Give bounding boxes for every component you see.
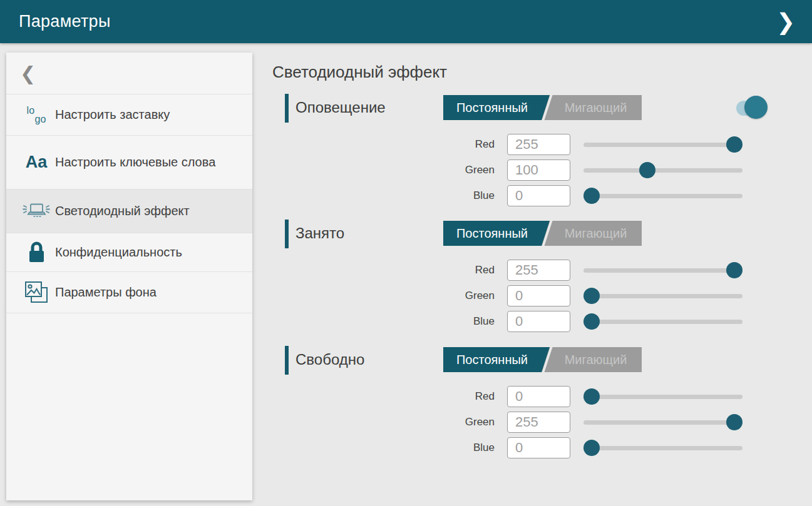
mode-steady-button[interactable]: Постоянный bbox=[443, 221, 550, 246]
section-accent-bar bbox=[285, 220, 289, 248]
green-input[interactable] bbox=[507, 412, 570, 433]
red-input[interactable] bbox=[507, 134, 570, 155]
slider-track bbox=[583, 420, 743, 425]
red-slider[interactable] bbox=[583, 260, 743, 281]
red-slider[interactable] bbox=[583, 386, 743, 407]
led-section-free: Свободно Мигающий Постоянный Red Green B… bbox=[0, 345, 812, 463]
section-accent-bar bbox=[285, 94, 289, 123]
slider-thumb[interactable] bbox=[639, 162, 655, 178]
slider-thumb[interactable] bbox=[583, 440, 600, 456]
blue-input[interactable] bbox=[507, 311, 570, 332]
green-slider[interactable] bbox=[583, 159, 743, 181]
green-label: Green bbox=[432, 412, 495, 433]
green-input[interactable] bbox=[507, 285, 570, 306]
slider-track bbox=[583, 320, 743, 324]
red-label: Red bbox=[432, 260, 495, 281]
slider-thumb[interactable] bbox=[726, 414, 743, 430]
slider-thumb[interactable] bbox=[726, 262, 743, 278]
blue-input[interactable] bbox=[507, 437, 570, 458]
red-slider[interactable] bbox=[583, 134, 743, 155]
sidebar-back-button[interactable]: ❮ bbox=[6, 53, 252, 94]
green-slider[interactable] bbox=[583, 285, 743, 306]
blue-slider[interactable] bbox=[583, 185, 743, 206]
settings-screen: Параметры ❯ ❮ lo go Настроить заставку A… bbox=[0, 0, 812, 506]
mode-blinking-button[interactable]: Мигающий bbox=[550, 221, 642, 246]
section-title: Занято bbox=[296, 218, 344, 248]
green-label: Green bbox=[432, 159, 495, 181]
power-toggle[interactable] bbox=[736, 94, 768, 119]
slider-thumb[interactable] bbox=[726, 136, 743, 153]
green-input[interactable] bbox=[507, 159, 570, 181]
mode-blinking-button[interactable]: Мигающий bbox=[550, 95, 642, 120]
section-accent-bar bbox=[285, 346, 289, 375]
mode-steady-button[interactable]: Постоянный bbox=[443, 95, 550, 120]
blue-label: Blue bbox=[432, 185, 495, 206]
slider-thumb[interactable] bbox=[583, 188, 600, 204]
slider-thumb[interactable] bbox=[583, 288, 600, 304]
slider-track bbox=[583, 168, 743, 173]
toggle-thumb bbox=[744, 96, 768, 119]
red-label: Red bbox=[432, 134, 495, 155]
collapse-chevron-icon[interactable]: ❯ bbox=[769, 0, 802, 43]
slider-track bbox=[583, 446, 743, 450]
led-section-busy: Занято Мигающий Постоянный Red Green Blu… bbox=[0, 218, 812, 337]
slider-track bbox=[583, 143, 743, 147]
red-input[interactable] bbox=[507, 386, 570, 407]
section-title: Оповещение bbox=[296, 93, 386, 123]
blue-input[interactable] bbox=[507, 185, 570, 206]
mode-steady-button[interactable]: Постоянный bbox=[443, 347, 550, 372]
mode-blinking-button[interactable]: Мигающий bbox=[550, 347, 642, 372]
red-input[interactable] bbox=[507, 260, 570, 281]
blue-slider[interactable] bbox=[583, 311, 743, 332]
slider-track bbox=[583, 268, 743, 273]
green-slider[interactable] bbox=[583, 412, 743, 433]
slider-track bbox=[583, 194, 743, 198]
blue-slider[interactable] bbox=[583, 437, 743, 458]
section-title: Свободно bbox=[296, 345, 364, 375]
back-chevron-icon: ❮ bbox=[20, 63, 36, 84]
slider-thumb[interactable] bbox=[583, 388, 600, 405]
mode-segmented-control: Мигающий Постоянный bbox=[443, 347, 642, 372]
mode-segmented-control: Мигающий Постоянный bbox=[443, 95, 642, 120]
app-header: Параметры ❯ bbox=[0, 0, 812, 43]
slider-track bbox=[583, 294, 743, 298]
mode-segmented-control: Мигающий Постоянный bbox=[443, 221, 642, 246]
blue-label: Blue bbox=[432, 437, 495, 458]
app-title: Параметры bbox=[19, 12, 111, 31]
red-label: Red bbox=[432, 386, 495, 407]
slider-track bbox=[583, 395, 743, 399]
page-title: Светодиодный эффект bbox=[272, 63, 447, 82]
green-label: Green bbox=[432, 285, 495, 306]
slider-thumb[interactable] bbox=[583, 313, 600, 330]
led-section-alert: Оповещение Мигающий Постоянный Red Green bbox=[0, 93, 812, 211]
blue-label: Blue bbox=[432, 311, 495, 332]
